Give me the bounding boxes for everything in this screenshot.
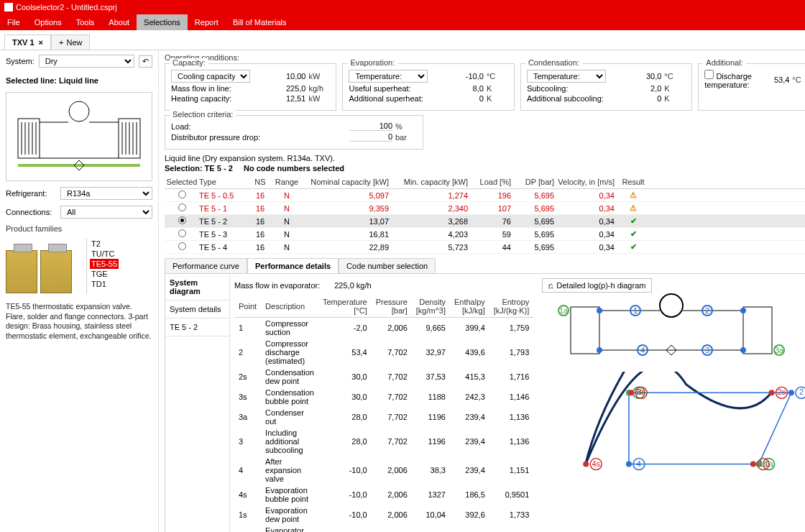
superheat-value[interactable]: 8,0 [448, 84, 484, 93]
detail-tabs: Performance curvePerformance detailsCode… [165, 258, 805, 274]
state-row: 3sCondensation bubble point30,07,7021188… [234, 387, 533, 407]
state-row: 1aEvaporator out-2,02,0069,665399,41,759 [234, 525, 533, 532]
system-diagram-tab[interactable]: System diagram [165, 274, 229, 301]
cooling-capacity-value[interactable]: 10,00 [270, 72, 305, 81]
results-header: SelectedTypeNSRangeNominal capacity [kW]… [165, 175, 805, 189]
refrigerant-select[interactable]: R134a [60, 187, 152, 200]
svg-rect-13 [571, 307, 599, 354]
menu-selections[interactable]: Selections [137, 14, 188, 30]
result-row[interactable]: TE 5 - 0.516N5,0971,2741965,6950,34⚠ [165, 189, 805, 202]
condensation-group: Condensation: Temperature:30,0°C Subcool… [520, 63, 692, 111]
add-subcooling-value[interactable]: 0 [625, 94, 661, 103]
ph-diagram: 11a1s22s33a3s44s [542, 372, 805, 515]
criteria-group: Selection criteria: Load:100% Distributo… [165, 115, 423, 150]
svg-text:2: 2 [705, 306, 709, 315]
product-families-label: Product families [6, 224, 152, 233]
titlebar: Coolselector2 - Untitled.csprj [0, 0, 805, 14]
discharge-temp-checkbox[interactable] [704, 70, 714, 79]
row-radio[interactable] [178, 242, 186, 250]
cond-temp-value[interactable]: 30,0 [625, 72, 661, 81]
menu-bill-of-materials[interactable]: Bill of Materials [226, 14, 294, 30]
unit: °C [789, 75, 805, 84]
right-panel: Operating conditions: Capacity: Cooling … [159, 50, 805, 532]
state-row: 4sEvaporation bubble point-10,02,0061327… [234, 485, 533, 505]
new-tab-button[interactable]: + New [51, 35, 90, 50]
undo-icon[interactable]: ↶ [139, 55, 152, 68]
add-superheat-value[interactable]: 0 [448, 94, 484, 103]
menu-report[interactable]: Report [188, 14, 226, 30]
selected-line-label: Selected line: Liquid line [6, 76, 152, 85]
svg-text:2: 2 [799, 387, 804, 396]
mass-flow-label: Mass flow in line: [171, 84, 270, 93]
family-item[interactable]: TD1 [90, 279, 119, 289]
family-item[interactable]: T2 [90, 239, 119, 249]
menu-tools[interactable]: Tools [69, 14, 102, 30]
load-value[interactable]: 100 [349, 121, 392, 131]
state-table: PointDescriptionTemperature [°C]Pressure… [234, 295, 533, 532]
svg-point-44 [769, 390, 775, 395]
detailed-diagram-button[interactable]: ⎌ Detailed log(p)-h diagram [542, 278, 652, 293]
left-panel: System: Dry ↶ Selected line: Liquid line… [0, 50, 159, 532]
result-row[interactable]: TE 5 - 316N16,814,203595,6950,34✔ [165, 228, 805, 241]
detail-tab[interactable]: Performance curve [165, 258, 247, 273]
svg-point-38 [750, 462, 756, 467]
menu-about[interactable]: About [101, 14, 137, 30]
svg-text:1a: 1a [559, 306, 569, 315]
result-row[interactable]: TE 5 - 216N13,073,268765,6950,34✔ [165, 215, 805, 228]
family-item[interactable]: TGE [90, 269, 119, 279]
close-icon[interactable]: × [39, 38, 43, 47]
result-row[interactable]: TE 5 - 416N22,895,723445,6950,34✔ [165, 241, 805, 254]
svg-point-29 [740, 308, 746, 313]
tab-txv1[interactable]: TXV 1 × [4, 35, 51, 50]
selection-name[interactable]: TE 5 - 2 [165, 318, 229, 336]
system-details-tab[interactable]: System details [165, 301, 229, 318]
subcooling-value[interactable]: 2,0 [625, 84, 661, 93]
row-radio[interactable] [178, 216, 186, 224]
evap-temp-select[interactable]: Temperature: [349, 70, 428, 83]
family-item[interactable]: TU/TC [90, 249, 119, 259]
state-row: 2sCondensation dew point30,07,70237,5341… [234, 367, 533, 387]
evap-temp-value[interactable]: -10,0 [448, 72, 484, 81]
dist-dp-value[interactable]: 0 [349, 132, 392, 142]
mass-flow-value: 225,0 [270, 84, 305, 93]
menubar: FileOptionsToolsAboutSelectionsReportBil… [0, 14, 805, 30]
svg-text:3: 3 [705, 346, 709, 354]
connections-select[interactable]: All [60, 206, 152, 219]
system-label: System: [6, 57, 34, 65]
system-select[interactable]: Dry [39, 55, 134, 68]
additional-legend: Additional: [703, 58, 745, 67]
capacity-legend: Capacity: [170, 58, 208, 67]
tab-label: TXV 1 [12, 38, 34, 47]
row-radio[interactable] [178, 203, 186, 211]
svg-text:3s: 3s [638, 387, 646, 396]
result-row[interactable]: TE 5 - 116N9,3592,3401075,6950,34⚠ [165, 202, 805, 215]
evaporation-group: Evaporation: Temperature:-10,0°C Useful … [342, 63, 514, 111]
capacity-group: Capacity: Cooling capacity:10,00kW Mass … [165, 63, 336, 111]
criteria-legend: Selection criteria: [170, 110, 236, 119]
unit: °C [661, 72, 686, 81]
selection-note: No code numbers selected [244, 164, 344, 173]
menu-options[interactable]: Options [27, 14, 69, 30]
product-image [6, 243, 78, 293]
state-row: 4After expansion valve-10,02,00638,3239,… [234, 456, 533, 485]
unit: kg/h [305, 84, 330, 93]
add-subcooling-label: Additional subcooling: [527, 94, 625, 103]
results-table: TE 5 - 0.516N5,0971,2741965,6950,34⚠TE 5… [165, 189, 805, 254]
product-description: TE5-55 thermostatic expansion valve. Fla… [6, 302, 152, 341]
menu-file[interactable]: File [0, 14, 27, 30]
heating-capacity-value: 12,51 [270, 94, 305, 103]
state-row: 3aCondenser out28,07,7021196239,41,136 [234, 407, 533, 427]
row-radio[interactable] [178, 229, 186, 237]
context-line: Liquid line (Dry expansion system. R134a… [159, 150, 805, 162]
svg-point-30 [597, 347, 602, 353]
dist-dp-label: Distributor pressure drop: [171, 133, 349, 142]
family-item[interactable]: TE5-55 [90, 259, 119, 269]
row-radio[interactable] [178, 191, 186, 198]
mass-flow-evap-value: 225,0 kg/h [334, 281, 371, 290]
detail-tab[interactable]: Performance details [247, 258, 339, 273]
cond-temp-select[interactable]: Temperature: [527, 70, 606, 83]
app-logo-icon [4, 3, 13, 12]
detail-tab[interactable]: Code number selection [339, 258, 436, 273]
cooling-capacity-select[interactable]: Cooling capacity: [171, 70, 250, 83]
new-tab-label: New [66, 38, 82, 47]
